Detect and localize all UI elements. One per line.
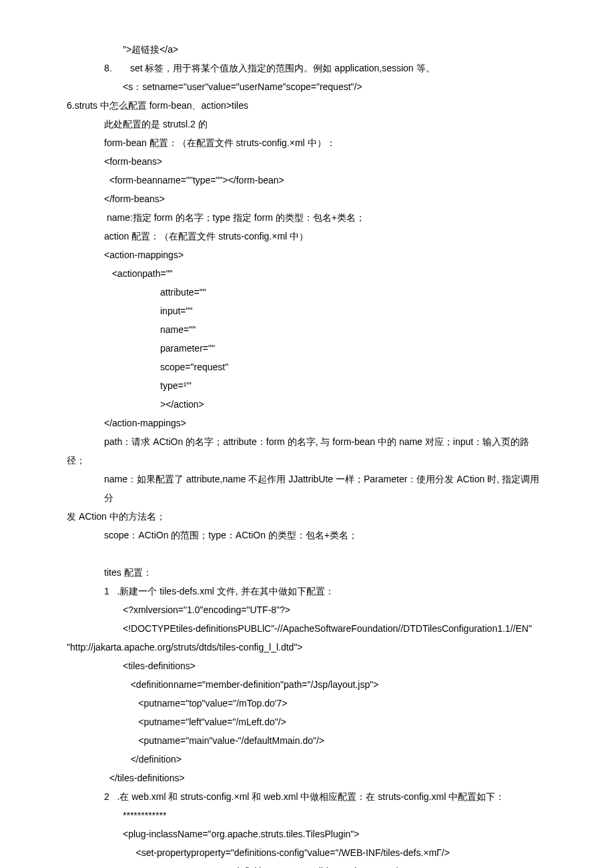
text-line: 发 ACtion 中的方法名； bbox=[67, 507, 547, 526]
text-line: name="" bbox=[67, 320, 547, 339]
text-line: </definition> bbox=[67, 750, 547, 769]
text-line: type=¹'" bbox=[67, 376, 547, 395]
text-line: </action-mappings> bbox=[67, 414, 547, 432]
text-line: action 配置：（在配置文件 struts-config.×ml 中） bbox=[67, 227, 547, 246]
text-line: ″>超链接</a> bbox=[67, 40, 547, 59]
text-line: <putname="left"value="/mLeft.do"/> bbox=[67, 713, 547, 731]
text-line: 2 .在 web.xml 和 struts-config.×ml 和 web.x… bbox=[67, 787, 547, 806]
text-line: 1 .新建一个 tiles-defs.xml 文件, 并在其中做如下配置： bbox=[67, 582, 547, 600]
text-line bbox=[67, 544, 547, 563]
text-line: <definitionname="member-definition"path=… bbox=[67, 675, 547, 694]
text-line: <putname="top"value="/mTop.do'7> bbox=[67, 694, 547, 713]
text-line: <plug-inclassName="org.apache.struts.til… bbox=[67, 825, 547, 843]
text-line: form-bean 配置：（在配置文件 struts-config.×ml 中）… bbox=[67, 133, 547, 152]
text-line: </tiles-definitions> bbox=[67, 769, 547, 787]
text-line: 6.struts 中怎么配置 form-bean、action>tiles bbox=[67, 96, 547, 115]
text-line: "http://jakarta.apache.org/struts/dtds/t… bbox=[67, 638, 547, 657]
text-line: 8. set 标签，用于将某个值放入指定的范围内。例如 application,… bbox=[67, 59, 547, 77]
text-line: ></action> bbox=[67, 395, 547, 414]
text-line: 此处配置的是 strutsl.2 的 bbox=[67, 115, 547, 133]
text-line: scope：ACtiOn 的范围；type：ACtiOn 的类型：包名+类名； bbox=[67, 526, 547, 544]
text-line: <!DOCTYPEtiles-definitionsPUBLlC"-//Apac… bbox=[67, 619, 547, 638]
text-line: parameter="" bbox=[67, 339, 547, 358]
text-line: <?xmlversion="1.0"encoding="UTF-8"?> bbox=[67, 600, 547, 619]
text-line: <set-propertyproperty="definitions-parse… bbox=[67, 862, 547, 868]
text-line: path：请求 ACtiOn 的名字；attribute：form 的名字, 与… bbox=[67, 432, 547, 451]
text-line: <set-propertyproperty="definitions-confi… bbox=[67, 843, 547, 862]
text-line: <s：setname="user"value="userName"scope="… bbox=[67, 77, 547, 96]
text-line: <putname="main"value-"/defaultMmain.do"/… bbox=[67, 731, 547, 750]
text-line: <actionpath="" bbox=[67, 264, 547, 283]
text-line: ************ bbox=[67, 806, 547, 825]
document-body: ″>超链接</a>8. set 标签，用于将某个值放入指定的范围内。例如 app… bbox=[67, 40, 547, 868]
text-line: 径； bbox=[67, 451, 547, 470]
text-line: name：如果配置了 attribute,name 不起作用 JJattribU… bbox=[67, 470, 547, 507]
text-line: tites 配置： bbox=[67, 563, 547, 582]
text-line: <form-beanname=""type=""></form-bean> bbox=[67, 171, 547, 189]
text-line: </form-beans> bbox=[67, 189, 547, 208]
text-line: scope="request" bbox=[67, 358, 547, 376]
text-line: <tiles-definitions> bbox=[67, 657, 547, 675]
text-line: <form-beans> bbox=[67, 152, 547, 171]
text-line: input="" bbox=[67, 302, 547, 320]
text-line: <action-mappings> bbox=[67, 246, 547, 264]
text-line: name:指定 form 的名字；type 指定 form 的类型：包名+类名； bbox=[67, 208, 547, 227]
text-line: attribute="" bbox=[67, 283, 547, 302]
